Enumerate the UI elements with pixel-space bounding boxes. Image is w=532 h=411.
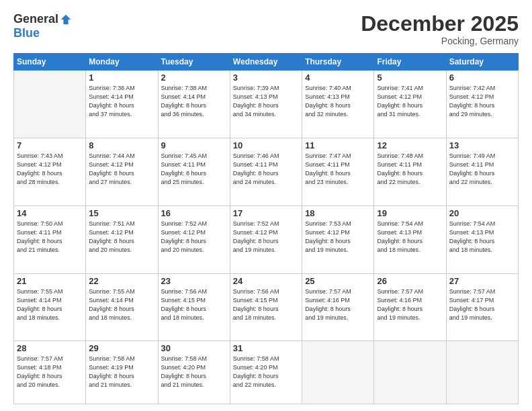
day-number: 13 — [449, 140, 515, 150]
calendar-cell: 17Sunrise: 7:52 AM Sunset: 4:12 PM Dayli… — [230, 205, 302, 273]
calendar-cell: 19Sunrise: 7:54 AM Sunset: 4:13 PM Dayli… — [374, 205, 446, 273]
day-info: Sunrise: 7:51 AM Sunset: 4:12 PM Dayligh… — [89, 220, 154, 255]
day-info: Sunrise: 7:57 AM Sunset: 4:18 PM Dayligh… — [17, 355, 83, 390]
day-info: Sunrise: 7:55 AM Sunset: 4:14 PM Dayligh… — [89, 287, 154, 322]
day-number: 5 — [377, 73, 443, 83]
calendar-cell — [374, 341, 446, 404]
day-info: Sunrise: 7:55 AM Sunset: 4:14 PM Dayligh… — [17, 287, 83, 322]
day-info: Sunrise: 7:50 AM Sunset: 4:11 PM Dayligh… — [17, 220, 83, 255]
calendar-cell — [446, 341, 518, 404]
day-number: 1 — [89, 73, 154, 83]
day-info: Sunrise: 7:54 AM Sunset: 4:13 PM Dayligh… — [377, 220, 443, 255]
col-header-wednesday: Wednesday — [230, 54, 302, 71]
calendar-cell: 26Sunrise: 7:57 AM Sunset: 4:16 PM Dayli… — [374, 273, 446, 341]
col-header-tuesday: Tuesday — [158, 54, 230, 71]
day-number: 23 — [161, 276, 227, 286]
day-info: Sunrise: 7:57 AM Sunset: 4:16 PM Dayligh… — [305, 287, 371, 322]
day-info: Sunrise: 7:54 AM Sunset: 4:13 PM Dayligh… — [449, 220, 515, 255]
day-number: 18 — [305, 208, 371, 218]
day-number: 16 — [161, 208, 227, 218]
day-info: Sunrise: 7:57 AM Sunset: 4:16 PM Dayligh… — [377, 287, 443, 322]
day-number: 31 — [233, 343, 299, 353]
day-number: 4 — [305, 73, 371, 83]
calendar-cell: 28Sunrise: 7:57 AM Sunset: 4:18 PM Dayli… — [14, 341, 86, 404]
calendar-cell: 14Sunrise: 7:50 AM Sunset: 4:11 PM Dayli… — [14, 205, 86, 273]
calendar-week-4: 28Sunrise: 7:57 AM Sunset: 4:18 PM Dayli… — [14, 341, 519, 404]
svg-marker-0 — [61, 14, 71, 24]
page: General Blue December 2025 Pocking, Germ… — [0, 0, 532, 411]
calendar-cell: 2Sunrise: 7:38 AM Sunset: 4:14 PM Daylig… — [158, 71, 230, 138]
day-info: Sunrise: 7:39 AM Sunset: 4:13 PM Dayligh… — [233, 84, 299, 119]
day-number: 6 — [449, 73, 515, 83]
calendar-cell: 12Sunrise: 7:48 AM Sunset: 4:11 PM Dayli… — [374, 138, 446, 205]
day-number: 3 — [233, 73, 299, 83]
calendar-cell: 21Sunrise: 7:55 AM Sunset: 4:14 PM Dayli… — [14, 273, 86, 341]
day-info: Sunrise: 7:40 AM Sunset: 4:13 PM Dayligh… — [305, 84, 371, 119]
calendar-cell: 9Sunrise: 7:45 AM Sunset: 4:11 PM Daylig… — [158, 138, 230, 205]
day-info: Sunrise: 7:58 AM Sunset: 4:19 PM Dayligh… — [89, 355, 154, 390]
day-info: Sunrise: 7:42 AM Sunset: 4:12 PM Dayligh… — [449, 84, 515, 119]
calendar-cell: 30Sunrise: 7:58 AM Sunset: 4:20 PM Dayli… — [158, 341, 230, 404]
location: Pocking, Germany — [361, 36, 519, 46]
day-number: 29 — [89, 343, 154, 353]
day-number: 14 — [17, 208, 83, 218]
calendar-week-0: 1Sunrise: 7:36 AM Sunset: 4:14 PM Daylig… — [14, 71, 519, 138]
calendar-cell: 1Sunrise: 7:36 AM Sunset: 4:14 PM Daylig… — [86, 71, 158, 138]
day-number: 24 — [233, 276, 299, 286]
day-info: Sunrise: 7:43 AM Sunset: 4:12 PM Dayligh… — [17, 152, 83, 187]
col-header-thursday: Thursday — [302, 54, 374, 71]
col-header-monday: Monday — [86, 54, 158, 71]
calendar-cell: 24Sunrise: 7:56 AM Sunset: 4:15 PM Dayli… — [230, 273, 302, 341]
day-info: Sunrise: 7:49 AM Sunset: 4:11 PM Dayligh… — [449, 152, 515, 187]
calendar-cell: 16Sunrise: 7:52 AM Sunset: 4:12 PM Dayli… — [158, 205, 230, 273]
title-block: December 2025 Pocking, Germany — [361, 12, 519, 46]
day-number: 10 — [233, 140, 299, 150]
day-info: Sunrise: 7:45 AM Sunset: 4:11 PM Dayligh… — [161, 152, 227, 187]
calendar-header-row: SundayMondayTuesdayWednesdayThursdayFrid… — [14, 54, 519, 71]
day-info: Sunrise: 7:58 AM Sunset: 4:20 PM Dayligh… — [161, 355, 227, 390]
day-number: 25 — [305, 276, 371, 286]
calendar-cell: 20Sunrise: 7:54 AM Sunset: 4:13 PM Dayli… — [446, 205, 518, 273]
calendar-week-3: 21Sunrise: 7:55 AM Sunset: 4:14 PM Dayli… — [14, 273, 519, 341]
calendar-cell: 7Sunrise: 7:43 AM Sunset: 4:12 PM Daylig… — [14, 138, 86, 205]
calendar-table: SundayMondayTuesdayWednesdayThursdayFrid… — [13, 53, 519, 404]
calendar-cell: 22Sunrise: 7:55 AM Sunset: 4:14 PM Dayli… — [86, 273, 158, 341]
calendar-cell: 25Sunrise: 7:57 AM Sunset: 4:16 PM Dayli… — [302, 273, 374, 341]
day-number: 15 — [89, 208, 154, 218]
day-number: 8 — [89, 140, 154, 150]
day-number: 22 — [89, 276, 154, 286]
day-number: 12 — [377, 140, 443, 150]
calendar-week-2: 14Sunrise: 7:50 AM Sunset: 4:11 PM Dayli… — [14, 205, 519, 273]
day-info: Sunrise: 7:58 AM Sunset: 4:20 PM Dayligh… — [233, 355, 299, 390]
day-info: Sunrise: 7:36 AM Sunset: 4:14 PM Dayligh… — [89, 84, 154, 119]
day-number: 26 — [377, 276, 443, 286]
calendar-cell: 13Sunrise: 7:49 AM Sunset: 4:11 PM Dayli… — [446, 138, 518, 205]
col-header-sunday: Sunday — [14, 54, 86, 71]
day-info: Sunrise: 7:52 AM Sunset: 4:12 PM Dayligh… — [161, 220, 227, 255]
calendar-cell: 23Sunrise: 7:56 AM Sunset: 4:15 PM Dayli… — [158, 273, 230, 341]
calendar-cell: 31Sunrise: 7:58 AM Sunset: 4:20 PM Dayli… — [230, 341, 302, 404]
calendar-cell: 3Sunrise: 7:39 AM Sunset: 4:13 PM Daylig… — [230, 71, 302, 138]
calendar-cell: 18Sunrise: 7:53 AM Sunset: 4:12 PM Dayli… — [302, 205, 374, 273]
day-info: Sunrise: 7:47 AM Sunset: 4:11 PM Dayligh… — [305, 152, 371, 187]
col-header-friday: Friday — [374, 54, 446, 71]
logo-general: General — [13, 12, 58, 26]
calendar-cell: 15Sunrise: 7:51 AM Sunset: 4:12 PM Dayli… — [86, 205, 158, 273]
calendar-cell: 29Sunrise: 7:58 AM Sunset: 4:19 PM Dayli… — [86, 341, 158, 404]
calendar-cell: 10Sunrise: 7:46 AM Sunset: 4:11 PM Dayli… — [230, 138, 302, 205]
day-number: 7 — [17, 140, 83, 150]
day-number: 20 — [449, 208, 515, 218]
day-info: Sunrise: 7:57 AM Sunset: 4:17 PM Dayligh… — [449, 287, 515, 322]
day-number: 28 — [17, 343, 83, 353]
logo-icon — [60, 13, 72, 26]
day-number: 17 — [233, 208, 299, 218]
day-number: 9 — [161, 140, 227, 150]
day-info: Sunrise: 7:44 AM Sunset: 4:12 PM Dayligh… — [89, 152, 154, 187]
day-info: Sunrise: 7:41 AM Sunset: 4:12 PM Dayligh… — [377, 84, 443, 119]
calendar-cell: 5Sunrise: 7:41 AM Sunset: 4:12 PM Daylig… — [374, 71, 446, 138]
day-number: 30 — [161, 343, 227, 353]
day-number: 11 — [305, 140, 371, 150]
day-number: 19 — [377, 208, 443, 218]
day-info: Sunrise: 7:48 AM Sunset: 4:11 PM Dayligh… — [377, 152, 443, 187]
calendar-cell — [14, 71, 86, 138]
